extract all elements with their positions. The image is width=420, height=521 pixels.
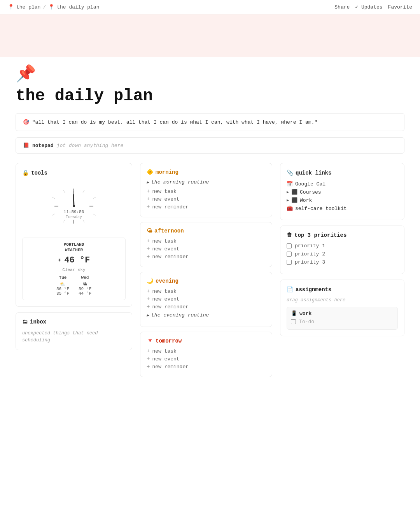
priority-2-checkbox[interactable] <box>287 252 292 257</box>
selfcare-icon: 🧰 <box>287 205 293 212</box>
priorities-section: 🗑 top 3 priorities priority 1 priority 2… <box>280 226 404 274</box>
page-content: 📌 the daily plan 🎯 "all that I can do is… <box>0 66 420 397</box>
notepad-icon: 📕 <box>23 142 29 149</box>
evening-icon: 🌙 <box>147 278 153 284</box>
link-google-cal[interactable]: 📅 Google Cal <box>287 181 398 187</box>
svg-text:Tuesday: Tuesday <box>66 215 82 219</box>
google-cal-label: Google Cal <box>295 181 326 187</box>
link-work[interactable]: ▶ ⬛ Work <box>287 197 398 203</box>
morning-icon: 🌞 <box>147 169 153 175</box>
work-group-title: 📱 work <box>291 310 394 316</box>
morning-add-reminder[interactable]: + new reminder <box>147 204 266 210</box>
forecast-wed-icon: 🌥 <box>79 281 91 287</box>
tomorrow-icon: 🔻 <box>147 337 153 344</box>
evening-add-event[interactable]: + new event <box>147 296 266 302</box>
tools-title: 🔒 tools <box>22 170 126 176</box>
tomorrow-add-task[interactable]: + new task <box>147 348 266 354</box>
tomorrow-add-event[interactable]: + new event <box>147 356 266 362</box>
afternoon-add-event[interactable]: + new event <box>147 246 266 252</box>
updates-button[interactable]: ✓ Updates <box>355 4 382 10</box>
quick-links-title: 📎 quick links <box>287 170 398 176</box>
tomorrow-add-reminder[interactable]: + new reminder <box>147 364 266 370</box>
breadcrumb-separator: / <box>43 4 46 10</box>
link-selfcare[interactable]: 🧰 self-care toolkit <box>287 205 398 212</box>
share-button[interactable]: Share <box>334 4 350 10</box>
priority-1-item[interactable]: priority 1 <box>287 243 398 249</box>
evening-add-reminder[interactable]: + new reminder <box>147 304 266 310</box>
priorities-label: top 3 priorities <box>294 232 346 238</box>
assignments-title: 📄 assignments <box>287 286 398 293</box>
link-courses[interactable]: ▶ ⬛ Courses <box>287 189 398 195</box>
priority-1-checkbox[interactable] <box>287 243 292 248</box>
todo-item[interactable]: To-do <box>291 319 394 325</box>
forecast-wed-temps: 59 °F44 °F <box>79 287 91 296</box>
notepad-block[interactable]: 📕 notepad jot down anything here <box>16 137 404 154</box>
notepad-hint: jot down anything here <box>57 143 124 149</box>
work-link-label: Work <box>300 198 312 203</box>
hero-banner <box>0 14 420 57</box>
weather-current: ☀️ 46 °F <box>26 255 121 265</box>
notepad-label: notepad <box>32 143 54 149</box>
courses-label: Courses <box>300 189 321 195</box>
svg-line-6 <box>52 197 55 199</box>
afternoon-title: 🌤 afternoon <box>147 228 266 234</box>
afternoon-label: afternoon <box>154 228 184 234</box>
google-cal-icon: 📅 <box>287 181 293 187</box>
morning-add-task[interactable]: + new task <box>147 188 266 194</box>
weather-section: PORTLANDWEATHER ☀️ 46 °F Clear sky Tue ⛅… <box>22 238 126 300</box>
morning-block: 🌞 morning ▶ the morning routine + new ta… <box>140 163 272 217</box>
quick-links-icon: 📎 <box>287 170 293 176</box>
priority-3-label: priority 3 <box>295 259 325 265</box>
svg-line-8 <box>93 214 96 215</box>
forecast-tue: Tue ⛅ 56 °F35 °F <box>56 275 69 296</box>
inbox-label: inbox <box>30 319 46 325</box>
forecast-wed-day: Wed <box>79 275 91 280</box>
breadcrumb-current[interactable]: the daily plan <box>57 4 99 10</box>
morning-routine-label: the morning routine <box>151 179 209 185</box>
evening-block: 🌙 evening + new task + new event + new r… <box>140 272 272 327</box>
schedule-section: 🌞 morning ▶ the morning routine + new ta… <box>140 163 272 382</box>
todo-checkbox[interactable] <box>291 319 296 324</box>
priority-3-item[interactable]: priority 3 <box>287 259 398 265</box>
page-title: the daily plan <box>16 87 404 105</box>
weather-icon: ☀️ <box>58 257 61 264</box>
weather-location: PORTLANDWEATHER <box>26 242 121 253</box>
priority-3-checkbox[interactable] <box>287 260 292 265</box>
header: 📍 the plan / 📍 the daily plan Share ✓ Up… <box>0 0 420 14</box>
afternoon-icon: 🌤 <box>147 228 152 234</box>
evening-add-task[interactable]: + new task <box>147 288 266 294</box>
tomorrow-block: 🔻 tomorrow + new task + new event + new … <box>140 332 272 377</box>
svg-line-4 <box>83 190 84 193</box>
inbox-title: 🗂 inbox <box>22 319 126 325</box>
priority-1-label: priority 1 <box>295 243 325 249</box>
forecast-tue-temps: 56 °F35 °F <box>56 287 69 296</box>
evening-routine-label: the evening routine <box>151 312 209 318</box>
work-group: 📱 work To-do <box>287 307 398 330</box>
assignments-section: 📄 assignments drag assignments here 📱 wo… <box>280 280 404 336</box>
weather-desc: Clear sky <box>26 267 121 272</box>
forecast-tue-day: Tue <box>56 275 69 280</box>
forecast-wed: Wed 🌥 59 °F44 °F <box>79 275 91 296</box>
columns: 🔒 tools <box>16 163 404 382</box>
afternoon-add-reminder[interactable]: + new reminder <box>147 254 266 260</box>
left-column: 🔒 tools <box>16 163 132 350</box>
assignments-icon: 📄 <box>287 286 293 293</box>
morning-add-event[interactable]: + new event <box>147 196 266 202</box>
assignments-label: assignments <box>296 287 331 293</box>
afternoon-add-task[interactable]: + new task <box>147 238 266 244</box>
priority-2-item[interactable]: priority 2 <box>287 251 398 257</box>
inbox-hint: unexpected things that needscheduling <box>22 330 126 344</box>
evening-routine[interactable]: ▶ the evening routine <box>147 312 266 318</box>
evening-routine-arrow: ▶ <box>147 313 149 318</box>
breadcrumb-parent[interactable]: the plan <box>16 4 40 10</box>
priorities-title: 🗑 top 3 priorities <box>287 232 398 238</box>
right-column: 📎 quick links 📅 Google Cal ▶ ⬛ Courses ▶… <box>280 163 404 336</box>
svg-line-9 <box>52 214 55 215</box>
tools-label: tools <box>31 170 47 176</box>
morning-routine[interactable]: ▶ the morning routine <box>147 179 266 185</box>
evening-title: 🌙 evening <box>147 278 266 284</box>
priority-2-label: priority 2 <box>295 251 325 257</box>
favorite-button[interactable]: Favorite <box>388 4 412 10</box>
svg-line-10 <box>83 220 84 222</box>
header-actions: Share ✓ Updates Favorite <box>334 4 412 10</box>
